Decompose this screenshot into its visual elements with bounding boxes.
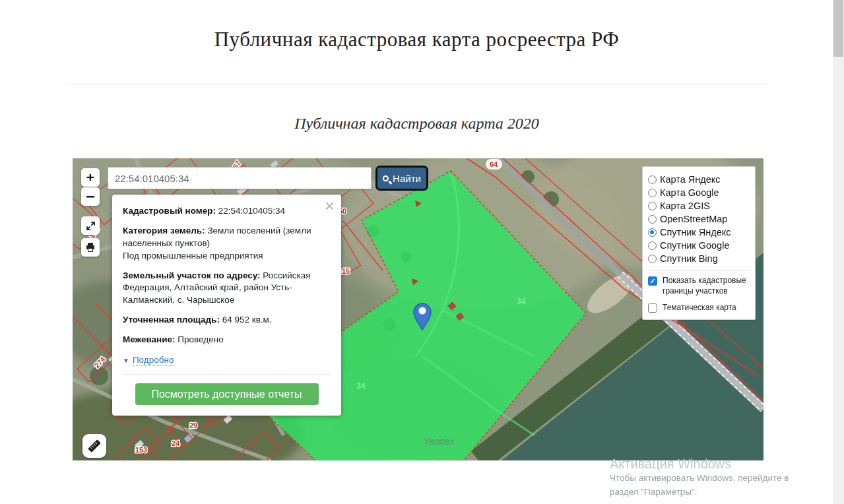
search-button[interactable]: Найти <box>375 166 428 191</box>
view-reports-button[interactable]: Посмотреть доступные отчеты <box>135 383 319 405</box>
green-parcel-number-2: 34 <box>356 381 366 391</box>
map-canvas[interactable]: 64 57 50 15 101 274 152 7 29 24 153 34 3… <box>73 158 763 460</box>
watermark-text-1: Чтобы активировать Windows, перейдите в <box>610 472 789 486</box>
minus-icon: − <box>86 187 95 206</box>
toggle-thematic-map[interactable]: Тематическая карта <box>648 303 751 313</box>
radio-icon <box>648 255 657 263</box>
parcel-label-29: 29 <box>189 422 197 429</box>
parcel-label-24: 24 <box>172 439 180 447</box>
popup-divider <box>123 374 331 375</box>
popup-row-land-category: Категория земель: Земли поселений (земли… <box>123 225 331 263</box>
parcel-label-153: 153 <box>135 446 147 454</box>
green-parcel-number: 34 <box>517 297 526 306</box>
popup-row-surveying: Межевание: Проведено <box>123 334 331 346</box>
layer-option-yandex-satellite[interactable]: Спутник Яндекс <box>648 226 751 239</box>
page-header: Публичная кадастровая карта росреестра Р… <box>66 0 767 51</box>
parcel-info-popup: × Кадастровый номер: 22:54:010405:34 Кат… <box>112 195 341 416</box>
fullscreen-button[interactable] <box>81 216 100 235</box>
popup-row-land-use: Под промышленные предприятия <box>123 251 263 261</box>
layer-option-yandex-map[interactable]: Карта Яндекс <box>648 173 751 186</box>
scrollbar-thumb[interactable] <box>833 0 843 57</box>
windows-activation-watermark: Активация Windows Чтобы активировать Win… <box>610 457 789 499</box>
watermark-text-2: раздел "Параметры". <box>610 486 789 499</box>
layer-option-2gis-map[interactable]: Карта 2GIS <box>648 199 751 212</box>
search-icon <box>383 175 389 181</box>
page-subtitle: Публичная кадастровая карта 2020 <box>66 115 767 133</box>
radio-icon <box>648 215 657 224</box>
panel-divider <box>648 270 751 270</box>
scrollbar-track[interactable] <box>833 0 844 504</box>
page-title: Публичная кадастровая карта росреестра Р… <box>66 28 767 51</box>
close-icon[interactable]: × <box>325 197 335 214</box>
layer-option-bing-satellite[interactable]: Спутник Bing <box>648 252 751 265</box>
details-link[interactable]: ▼Подробно <box>123 355 331 365</box>
zoom-in-button[interactable]: + <box>81 168 100 187</box>
checkbox-checked-icon: ✓ <box>648 276 657 286</box>
layer-option-google-map[interactable]: Карта Google <box>648 186 751 199</box>
search-input[interactable] <box>108 167 372 189</box>
ruler-icon <box>87 439 102 453</box>
search-button-label: Найти <box>393 173 421 184</box>
radio-icon <box>648 189 657 197</box>
checkbox-unchecked-icon <box>648 303 657 313</box>
layer-option-openstreetmap[interactable]: OpenStreetMap <box>648 212 751 226</box>
plus-icon: + <box>86 170 94 185</box>
chevron-down-icon: ▼ <box>123 357 129 364</box>
layer-panel: Карта Яндекс Карта Google Карта 2GIS Ope… <box>642 166 756 320</box>
radio-icon <box>648 202 657 210</box>
parcel-label-15: 15 <box>342 267 350 275</box>
zoom-out-button[interactable]: − <box>81 187 100 206</box>
print-button[interactable] <box>81 238 100 257</box>
printer-icon <box>85 242 96 253</box>
header-divider <box>66 84 767 84</box>
popup-row-address: Земельный участок по адресу: Российская … <box>123 270 331 307</box>
toggle-cadastral-borders[interactable]: ✓ Показать кадастровые границы участков <box>648 276 751 297</box>
parcel-label-64: 64 <box>490 160 498 168</box>
radio-icon <box>648 175 657 184</box>
measure-button[interactable] <box>82 434 106 458</box>
fullscreen-icon <box>86 221 96 231</box>
radio-selected-icon <box>648 228 657 237</box>
layer-option-google-satellite[interactable]: Спутник Google <box>648 239 751 252</box>
radio-icon <box>648 241 657 250</box>
popup-row-area: Уточненная площадь: 64 952 кв.м. <box>123 314 331 327</box>
map-attribution: Yandex <box>424 436 454 447</box>
popup-row-cadastral-number: Кадастровый номер: 22:54:010405:34 <box>123 205 331 218</box>
